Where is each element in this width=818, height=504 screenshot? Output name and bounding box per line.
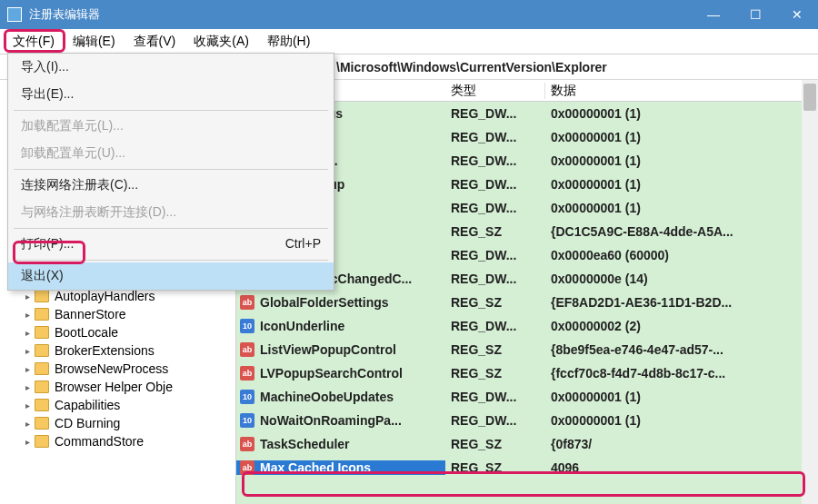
menu-item-label: 加载配置单元(L)...	[21, 118, 124, 134]
value-type: REG_DW...	[445, 319, 545, 333]
value-name-cell: 10IconUnderline	[236, 319, 445, 333]
tree-node-label: BootLocale	[55, 325, 118, 340]
menu-item-label: 退出(X)	[21, 268, 64, 284]
tree-node[interactable]: ▸BrokerExtensions	[0, 341, 235, 360]
expand-icon[interactable]: ▸	[22, 346, 33, 356]
value-type: REG_DW...	[445, 272, 545, 286]
menu-item[interactable]: 导出(E)...	[8, 81, 334, 108]
close-button[interactable]: ✕	[776, 0, 818, 29]
folder-icon	[35, 326, 49, 339]
vertical-scrollbar[interactable]	[802, 80, 818, 504]
window-buttons: — ☐ ✕	[693, 0, 818, 29]
app-icon	[7, 7, 22, 22]
value-name-cell: 10NoWaitOnRoamingPa...	[236, 413, 445, 428]
dword-value-icon: 10	[240, 319, 254, 333]
col-type-header[interactable]: 类型	[445, 83, 545, 99]
value-type: REG_SZ	[445, 224, 545, 239]
tree-node[interactable]: ▸BootLocale	[0, 323, 235, 341]
dword-value-icon: 10	[240, 390, 254, 404]
folder-icon	[35, 380, 49, 393]
tree-node[interactable]: ▸Browser Helper Obje	[0, 378, 235, 396]
folder-icon	[35, 399, 49, 411]
value-name: GlobalFolderSettings	[260, 295, 389, 310]
value-row[interactable]: 10MachineOobeUpdatesREG_DW...0x00000001 …	[236, 385, 818, 409]
value-data: {DC1C5A9C-E88A-4dde-A5A...	[545, 224, 818, 239]
menu-favorites[interactable]: 收藏夹(A)	[185, 30, 258, 54]
value-name: IconUnderline	[260, 319, 344, 333]
menu-help[interactable]: 帮助(H)	[258, 30, 319, 54]
value-data: 0x00000002 (2)	[545, 319, 818, 333]
value-data: 0x00000001 (1)	[545, 106, 818, 121]
expand-icon[interactable]: ▸	[22, 328, 33, 338]
maximize-button[interactable]: ☐	[734, 0, 776, 29]
tree-node-label: BrokerExtensions	[55, 343, 155, 358]
string-value-icon: ab	[240, 295, 254, 310]
folder-icon	[35, 435, 49, 448]
tree-node[interactable]: ▸BannerStore	[0, 305, 235, 323]
value-type: REG_DW...	[445, 248, 545, 262]
tree-node[interactable]: ▸CD Burning	[0, 414, 235, 432]
value-type: REG_DW...	[445, 201, 545, 215]
value-type: REG_SZ	[445, 366, 545, 380]
tree-node-label: BannerStore	[55, 307, 126, 321]
minimize-button[interactable]: —	[693, 0, 734, 29]
expand-icon[interactable]: ▸	[22, 382, 33, 392]
menu-item-label: 导入(I)...	[21, 59, 69, 75]
menu-item[interactable]: 打印(P)...Ctrl+P	[8, 231, 334, 258]
menu-item[interactable]: 退出(X)	[8, 262, 334, 290]
tree-node[interactable]: ▸CommandStore	[0, 432, 235, 450]
expand-icon[interactable]: ▸	[22, 310, 33, 320]
value-name-cell: 10MachineOobeUpdates	[236, 390, 445, 404]
menu-item[interactable]: 连接网络注册表(C)...	[8, 172, 334, 199]
tree-node-label: AutoplayHandlers	[55, 289, 155, 303]
value-data: 0x00000001 (1)	[545, 130, 818, 144]
value-data: 0x00000001 (1)	[545, 390, 818, 404]
value-data: 0x00000001 (1)	[545, 413, 818, 428]
tree-node[interactable]: ▸Capabilities	[0, 396, 235, 414]
menu-view[interactable]: 查看(V)	[125, 30, 185, 54]
value-data: {fccf70c8-f4d7-4d8b-8c17-c...	[545, 366, 818, 380]
value-row[interactable]: abListViewPopupControlREG_SZ{8be9f5ea-e7…	[236, 338, 818, 361]
menu-separator	[14, 228, 328, 229]
value-row[interactable]: abGlobalFolderSettingsREG_SZ{EF8AD2D1-AE…	[236, 291, 818, 314]
tree-node-label: Browser Helper Obje	[55, 380, 173, 394]
expand-icon[interactable]: ▸	[22, 400, 33, 410]
value-row[interactable]: abMax Cached IconsREG_SZ4096	[236, 456, 818, 479]
value-name: MachineOobeUpdates	[260, 390, 394, 404]
menu-file[interactable]: 文件(F)	[4, 30, 64, 54]
value-name: TaskScheduler	[260, 437, 350, 451]
titlebar: 注册表编辑器 — ☐ ✕	[0, 0, 818, 29]
value-type: REG_DW...	[445, 177, 545, 192]
menu-item[interactable]: 导入(I)...	[8, 54, 334, 81]
tree-node[interactable]: ▸BrowseNewProcess	[0, 360, 235, 378]
value-row[interactable]: 10IconUnderlineREG_DW...0x00000002 (2)	[236, 314, 818, 338]
expand-icon[interactable]: ▸	[22, 292, 33, 301]
value-name: ListViewPopupControl	[260, 342, 396, 357]
window-title: 注册表编辑器	[29, 6, 693, 23]
value-row[interactable]: abLVPopupSearchControlREG_SZ{fccf70c8-f4…	[236, 361, 818, 385]
value-name-cell: abMax Cached Icons	[236, 460, 445, 475]
value-name-cell: abListViewPopupControl	[236, 342, 445, 357]
tree-node-label: CD Burning	[55, 416, 120, 430]
value-name: NoWaitOnRoamingPa...	[260, 413, 402, 428]
menu-edit[interactable]: 编辑(E)	[64, 30, 125, 54]
value-name: Max Cached Icons	[260, 460, 371, 475]
value-type: REG_DW...	[445, 413, 545, 428]
expand-icon[interactable]: ▸	[22, 419, 33, 429]
tree-node-label: Capabilities	[55, 398, 120, 412]
string-value-icon: ab	[240, 437, 254, 451]
value-name-cell: abTaskScheduler	[236, 437, 445, 451]
menu-item-label: 导出(E)...	[21, 86, 74, 103]
menu-separator	[14, 169, 328, 170]
value-data: 0x00000001 (1)	[545, 153, 818, 168]
col-data-header[interactable]: 数据	[545, 83, 818, 99]
menubar: 文件(F) 编辑(E) 查看(V) 收藏夹(A) 帮助(H)	[0, 29, 818, 54]
value-type: REG_SZ	[445, 295, 545, 310]
scrollbar-thumb[interactable]	[803, 84, 816, 111]
value-row[interactable]: 10NoWaitOnRoamingPa...REG_DW...0x0000000…	[236, 409, 818, 432]
value-name-cell: abGlobalFolderSettings	[236, 295, 445, 310]
expand-icon[interactable]: ▸	[22, 437, 33, 447]
expand-icon[interactable]: ▸	[22, 364, 33, 374]
value-row[interactable]: abTaskSchedulerREG_SZ{0f873/	[236, 432, 818, 456]
menu-separator	[14, 260, 328, 261]
